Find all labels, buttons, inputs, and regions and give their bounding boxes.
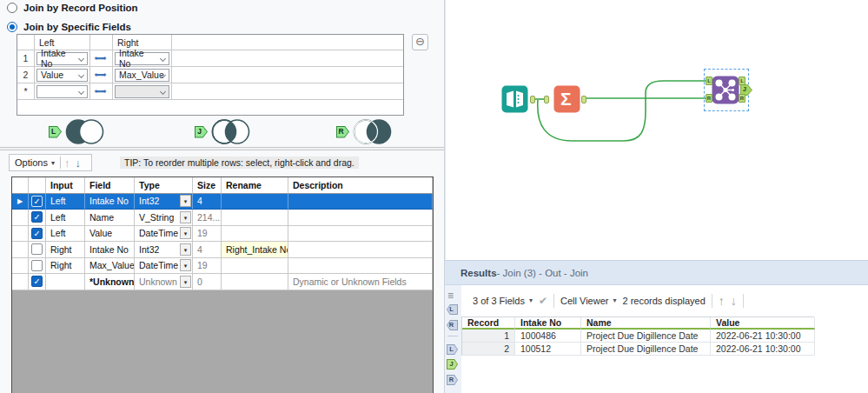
left-field-select[interactable]: Value [36,69,88,82]
chevron-down-icon [160,55,166,61]
jt-row-num: 1 [17,50,35,67]
arrow-right-icon: ➡ [100,87,106,96]
results-data-table: Record Intake No Name Value 1 1000486 Pr… [461,316,814,356]
chevron-down-icon [78,71,84,77]
jt-swap-cell: ⬅➡ [90,83,113,100]
caret-down-icon: ▾ [51,159,55,167]
rename-cell-highlighted[interactable]: Right_Intake No [222,242,288,258]
cell-viewer-dropdown[interactable]: Cell Viewer [560,296,608,306]
jt-left-field-cell: Intake No [35,50,90,67]
field-checkbox[interactable]: ✓ [31,196,43,207]
fields-dropdown[interactable]: 3 of 3 Fields [473,296,525,306]
rt-header-value[interactable]: Value [711,317,815,330]
left-field-select[interactable]: Intake No [36,52,88,65]
join-tool[interactable] [712,76,739,104]
join-output-left-anchor[interactable]: L [739,77,745,85]
swap-fields-button[interactable]: ⬅➡ [90,87,112,96]
results-toolbar: 3 of 3 Fields ▾ ✔ Cell Viewer ▾ 2 record… [461,285,868,316]
ft-header-size: Size [193,177,222,194]
join-by-record-position-label: Join by Record Position [23,3,138,13]
table-row: ✓ [29,194,46,210]
table-row: ✓ [29,274,46,290]
type-dropdown-button[interactable]: ▾ [180,259,191,271]
jt-left-field-cell [35,83,90,100]
summarize-input-anchor[interactable] [544,96,549,103]
join-output-right-anchor[interactable]: R [739,94,745,103]
venn-joined-icon [209,118,251,145]
summarize-output-anchor[interactable] [581,96,586,103]
left-output-venn: L [49,118,105,145]
join-input-left-anchor[interactable]: L [706,77,712,85]
left-field-select[interactable] [36,85,88,98]
input-output-anchor[interactable] [530,96,535,103]
right-field-select[interactable]: Intake No [115,52,169,65]
workflow-canvas[interactable]: Σ L R L J R [446,0,868,260]
caret-down-icon[interactable]: ▾ [613,296,616,304]
next-record-button[interactable]: ↓ [731,294,737,308]
chevron-down-icon [78,55,84,61]
l-anchor-icon: L [49,126,62,138]
jt-swap-cell: ⬅➡ [90,50,113,67]
chevron-down-icon [160,71,166,77]
input-right-connection-button[interactable]: R [447,320,458,330]
table-row[interactable]: 1 1000486 Project Due Digillence Date 20… [462,330,813,343]
table-row[interactable]: 2 100512 Project Due Digillence Date 202… [462,343,813,356]
options-button[interactable]: Options▾ [10,155,60,170]
join-by-record-position-option[interactable]: Join by Record Position [7,3,138,13]
type-dropdown-button[interactable]: ▾ [180,243,191,256]
rt-header-record[interactable]: Record [462,317,515,330]
join-input-right-anchor[interactable]: R [706,94,712,103]
apply-checkmark-icon[interactable]: ✔ [539,295,547,307]
right-output-venn: R [336,118,393,145]
jt-header-num [17,35,35,50]
move-row-down-button[interactable]: ↓ [73,157,83,170]
jt-row-num: 2 [17,67,35,83]
collapse-panel-button[interactable]: ⊖ [412,34,428,50]
radio-unselected-icon[interactable] [7,3,17,13]
type-dropdown-button[interactable]: ▾ [180,195,191,207]
reorder-tip-text: TIP: To reorder multiple rows: select, r… [120,157,359,169]
input-left-connection-button[interactable]: L [447,304,458,315]
type-dropdown-button[interactable]: ▾ [180,211,191,223]
table-row [29,242,46,258]
chevron-down-icon [78,88,84,94]
chevron-down-icon [160,88,166,94]
results-title-bar: Results - Join (3) - Out - Join [445,261,868,285]
move-row-up-button[interactable]: ↑ [61,157,74,170]
field-checkbox[interactable]: ✓ [31,211,43,223]
input-data-tool[interactable] [501,85,528,113]
field-checkbox[interactable] [31,260,43,271]
right-field-select[interactable]: Max_Value [115,69,169,82]
jt-header-swap [90,35,113,50]
sigma-icon: Σ [560,89,572,110]
output-join-connection-button[interactable]: J [447,359,458,370]
field-checkbox[interactable] [31,243,43,255]
output-right-connection-button[interactable]: R [447,375,458,385]
results-title: Results [461,268,497,278]
menu-icon[interactable]: ≡ [447,290,454,302]
swap-fields-button[interactable]: ⬅➡ [90,54,112,63]
swap-fields-button[interactable]: ⬅➡ [90,70,112,79]
table-row: ✓ [29,210,46,226]
join-by-specific-fields-option[interactable]: Join by Specific Fields [7,22,131,32]
output-left-connection-button[interactable]: L [447,344,458,355]
pane-splitter[interactable] [0,147,444,150]
type-dropdown-button[interactable]: ▾ [180,227,191,239]
table-row [29,258,46,275]
table-empty-area [12,290,433,393]
rt-header-intake[interactable]: Intake No [515,317,581,330]
field-checkbox[interactable]: ✓ [31,276,43,287]
caret-down-icon[interactable]: ▾ [529,296,533,304]
ft-header-field: Field [85,177,135,194]
results-connection-sidebar: ≡ L R L J R [445,285,461,393]
rt-header-name[interactable]: Name [581,317,711,330]
join-configuration-pane: Join by Record Position Join by Specific… [0,0,444,393]
field-checkbox[interactable]: ✓ [31,228,43,239]
previous-record-button[interactable]: ↑ [719,294,725,308]
ft-header-rename: Rename [222,177,288,194]
type-dropdown-button[interactable]: ▾ [180,276,191,288]
results-panel: Results - Join (3) - Out - Join ≡ L R L … [445,260,868,393]
join-output-venn: J [195,118,251,145]
radio-selected-icon[interactable] [7,22,17,32]
table-row: ✓ [29,226,46,243]
